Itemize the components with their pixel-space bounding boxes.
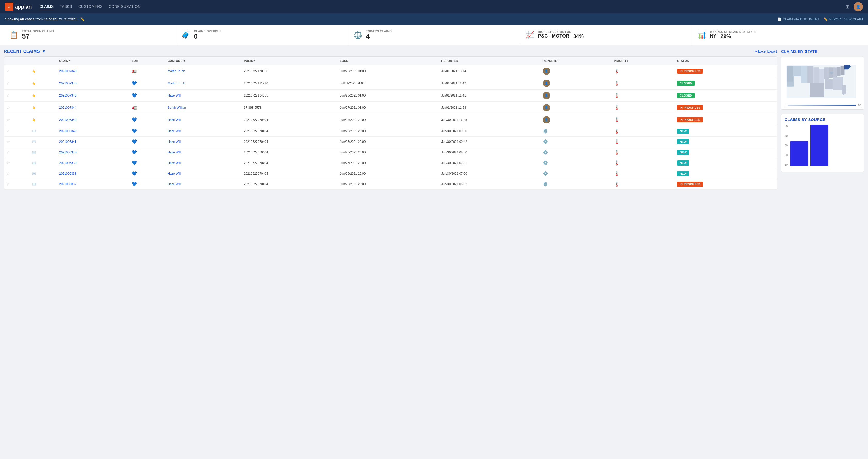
user-avatar[interactable]: 👤 — [854, 2, 863, 11]
reporter-avatar: 👤 — [543, 80, 550, 87]
priority-low-icon: 🌡️ — [614, 81, 620, 86]
filter-funnel-icon[interactable]: ▼ — [42, 49, 46, 54]
claim-number-link[interactable]: 2021006337 — [59, 182, 76, 186]
reporter-cell: ⚙️ — [541, 147, 612, 157]
cursor-icon[interactable]: 👆 — [32, 106, 36, 110]
total-claims-value: 57 — [22, 33, 54, 40]
reporter-avatar: 👤 — [543, 104, 550, 111]
claim-number-link[interactable]: 2021006339 — [59, 161, 76, 165]
reporter-cell: ⚙️ — [541, 136, 612, 147]
table-row: ☆ 👆 2021007349 🚛 Martin Truck 2021072717… — [4, 65, 777, 77]
email-icon[interactable]: ✉️ — [32, 161, 36, 165]
grid-icon[interactable]: ⊞ — [845, 4, 849, 9]
email-icon[interactable]: ✉️ — [32, 140, 36, 144]
claim-via-document-button[interactable]: 📄 CLAIM VIA DOCUMENT — [777, 17, 819, 21]
star-toggle[interactable]: ☆ — [6, 93, 10, 97]
overdue-claims-value: 0 — [194, 33, 221, 40]
claim-number-link[interactable]: 2021006343 — [59, 118, 76, 122]
logo-icon: a — [5, 3, 13, 11]
stat-highest-claims: 📈 HIGHEST CLAIMS FOR P&C - MOTOR 34% — [520, 25, 692, 45]
star-toggle[interactable]: ☆ — [6, 69, 10, 73]
highest-claims-label: HIGHEST CLAIMS FOR — [538, 30, 584, 33]
customer-link[interactable]: Haze Will — [168, 94, 181, 97]
stat-max-claims-state: 📊 MAX NO. OF CLAIMS BY STATE NY 29% — [692, 25, 864, 45]
filter-edit-icon[interactable]: ✏️ — [80, 17, 85, 21]
nav-item-customers[interactable]: CUSTOMERS — [78, 3, 103, 10]
claim-number-link[interactable]: 2021006341 — [59, 140, 76, 144]
claims-table: CLAIM# LOB CUSTOMER POLICY LOSS REPORTED… — [4, 56, 777, 190]
star-toggle[interactable]: ☆ — [6, 161, 10, 165]
claim-number-link[interactable]: 2021007346 — [59, 82, 76, 85]
customer-link[interactable]: Haze Will — [168, 151, 181, 154]
star-toggle[interactable]: ☆ — [6, 171, 10, 176]
svg-rect-8 — [824, 67, 829, 79]
table-row: ☆ 👆 2021007346 💙 Martin Truck 2021062711… — [4, 77, 777, 89]
claim-number-link[interactable]: 2021007345 — [59, 94, 76, 97]
email-icon[interactable]: ✉️ — [32, 130, 36, 133]
cursor-icon[interactable]: 👆 — [32, 82, 36, 85]
customer-link[interactable]: Sarah Willian — [168, 106, 186, 110]
star-toggle[interactable]: ☆ — [6, 140, 10, 144]
claim-number-link[interactable]: 2021006340 — [59, 151, 76, 154]
reported-cell: Jun/30/2021 07:00 — [439, 168, 540, 179]
email-icon[interactable]: ✉️ — [32, 151, 36, 154]
y-label-10: 10 — [784, 163, 787, 166]
customer-link[interactable]: Haze Will — [168, 161, 181, 165]
cursor-icon[interactable]: 👆 — [32, 118, 36, 122]
policy-cell: 20210727164055 — [242, 89, 338, 102]
star-toggle[interactable]: ☆ — [6, 81, 10, 85]
overdue-claims-icon: 🧳 — [181, 31, 190, 39]
table-row: ☆ ✉️ 2021006338 💙 Haze Will 202106270704… — [4, 168, 777, 179]
customer-link[interactable]: Haze Will — [168, 140, 181, 144]
col-claim: CLAIM# — [57, 57, 130, 65]
customer-link[interactable]: Haze Will — [168, 118, 181, 122]
claim-number-link[interactable]: 2021006338 — [59, 172, 76, 175]
priority-cell: 🌡️ — [612, 65, 675, 77]
policy-cell: 20210627070404 — [242, 179, 338, 190]
filter-actions: 📄 CLAIM VIA DOCUMENT ✏️ REPORT NEW CLAIM — [777, 17, 863, 21]
email-icon[interactable]: ✉️ — [32, 182, 36, 186]
customer-link[interactable]: Haze Will — [168, 182, 181, 186]
col-priority: PRIORITY — [612, 57, 675, 65]
star-toggle[interactable]: ☆ — [6, 150, 10, 154]
left-panel: RECENT CLAIMS ▼ ↪ Excel Export CLAIM# LO… — [4, 49, 777, 190]
priority-cell: 🌡️ — [612, 136, 675, 147]
reporter-avatar: 👤 — [543, 116, 550, 123]
reporter-cell: ⚙️ — [541, 126, 612, 136]
svg-rect-15 — [825, 79, 833, 89]
claim-number-link[interactable]: 2021006342 — [59, 130, 76, 133]
nav-item-configuration[interactable]: CONFIGURATION — [109, 3, 141, 10]
customer-link[interactable]: Martin Truck — [168, 69, 185, 73]
claims-by-source-container: CLAIMS BY SOURCE 50 40 30 20 10 — [781, 114, 864, 172]
svg-point-17 — [830, 72, 834, 74]
nav-item-tasks[interactable]: TASKS — [60, 3, 72, 10]
star-toggle[interactable]: ☆ — [6, 129, 10, 133]
col-status: STATUS — [675, 57, 777, 65]
nav-item-claims[interactable]: CLAIMS — [39, 3, 54, 10]
policy-cell: 20210627070404 — [242, 114, 338, 126]
reported-cell: Jun/30/2021 06:52 — [439, 179, 540, 190]
excel-export-button[interactable]: ↪ Excel Export — [754, 50, 777, 53]
customer-link[interactable]: Martin Truck — [168, 82, 185, 85]
loss-cell: Jun/26/2021 20:00 — [338, 179, 439, 190]
claim-number-link[interactable]: 2021007344 — [59, 106, 76, 110]
cursor-icon[interactable]: 👆 — [32, 69, 36, 73]
priority-cell: 🌡️ — [612, 102, 675, 114]
star-toggle[interactable]: ☆ — [6, 117, 10, 122]
report-new-claim-button[interactable]: ✏️ REPORT NEW CLAIM — [824, 17, 863, 21]
email-icon[interactable]: ✉️ — [32, 172, 36, 175]
customer-link[interactable]: Haze Will — [168, 172, 181, 175]
table-row: ☆ 👆 2021006343 💙 Haze Will 2021062707040… — [4, 114, 777, 126]
col-reporter: REPORTER — [541, 57, 612, 65]
cursor-icon[interactable]: 👆 — [32, 94, 36, 97]
star-toggle[interactable]: ☆ — [6, 105, 10, 110]
svg-rect-16 — [810, 83, 824, 97]
priority-high-icon: 🌡️ — [614, 105, 620, 110]
policy-cell: 20210627070404 — [242, 157, 338, 168]
reporter-gear-icon: ⚙️ — [543, 171, 548, 176]
customer-link[interactable]: Haze Will — [168, 130, 181, 133]
stats-row: 📋 TOTAL OPEN CLAIMS 57 🧳 CLAIMS OVERDUE … — [0, 25, 868, 45]
star-toggle[interactable]: ☆ — [6, 182, 10, 186]
claim-number-link[interactable]: 2021007349 — [59, 69, 76, 73]
loss-cell: Jun/25/2021 01:00 — [338, 65, 439, 77]
